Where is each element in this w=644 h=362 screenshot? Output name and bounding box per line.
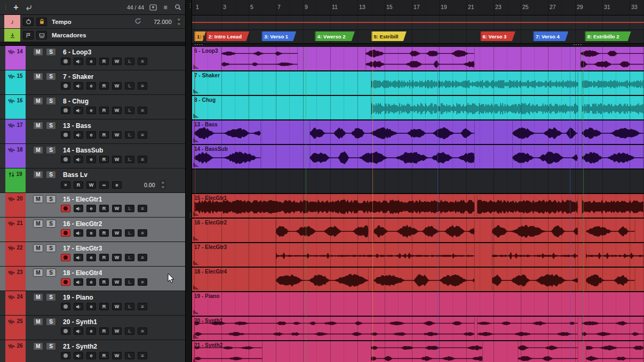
tempo-track-row[interactable]: ♪ Tempo 72.000 ▲▼ [0,15,185,29]
track-color-strip[interactable]: 18 [5,144,26,168]
write-automation-button[interactable]: W [112,352,122,359]
mute-button[interactable]: M [33,244,43,252]
monitor-button[interactable] [74,254,83,261]
clip-fade-handle[interactable] [193,359,199,362]
track-options-button[interactable]: ≡ [138,107,147,114]
monitor-button[interactable] [74,107,83,114]
track-row[interactable]: 17 M S 13 - Bass e R W L ≡ [0,119,185,144]
monitor-button[interactable] [74,278,83,286]
solo-button[interactable]: S [46,122,56,130]
monitor-button[interactable] [74,131,83,139]
track-lane[interactable]: 15 - ElecGtr1 [192,194,644,219]
tempo-value[interactable]: 72.000 [147,19,172,25]
add-cycle-marker-button[interactable] [36,31,47,39]
mute-button[interactable]: M [33,171,43,179]
clip-fade-handle[interactable] [193,261,199,265]
track-row[interactable]: 25 M S 20 - Synth1 e R W L ≡ [0,316,185,340]
track-lane[interactable] [192,170,644,194]
automation-value[interactable]: 0.00 [144,182,155,188]
tempo-curve[interactable] [192,22,644,23]
edit-channel-button[interactable]: e [86,205,96,212]
solo-button[interactable]: S [46,48,56,56]
solo-button[interactable]: S [46,195,56,203]
listen-button[interactable]: L [125,352,134,359]
track-options-button[interactable]: ≡ [138,229,147,237]
track-color-strip[interactable]: 15 [5,70,26,94]
marker-flag[interactable]: 1: In [194,31,206,41]
track-lane[interactable]: 21 - Synth2 [192,341,644,362]
solo-button[interactable]: S [46,146,56,154]
track-options-button[interactable]: ≡ [138,156,147,163]
bypass-button[interactable]: × [61,181,70,189]
track-row[interactable]: 23 M S 18 - ElecGtr4 e R W L ≡ [0,267,185,291]
track-row[interactable]: 21 M S 16 - ElecGtr2 e R W L ≡ [0,218,185,242]
track-options-button[interactable]: ≡ [138,303,147,310]
solo-button[interactable]: S [46,171,56,179]
monitor-button[interactable] [74,82,83,90]
record-arm-button[interactable] [61,107,70,114]
track-row[interactable]: 16 M S 8 - Chug e R W L ≡ [0,95,185,119]
read-automation-button[interactable]: R [99,82,109,90]
marker-flag[interactable]: 4: Vwerso 2 [315,31,355,41]
track-lane[interactable]: 14 - BassSub [192,145,644,170]
track-options-button[interactable]: ≡ [138,205,147,212]
monitor-button[interactable] [74,327,83,335]
mute-button[interactable]: M [33,48,43,56]
track-lane[interactable]: 18 - ElecGtr4 [192,268,644,292]
add-track-button[interactable]: + [11,3,21,12]
panel-toggle-button[interactable] [148,3,158,12]
track-color-strip[interactable]: 14 [5,46,26,70]
loop-button[interactable]: ∞ [99,181,109,189]
mute-button[interactable]: M [33,318,43,326]
mute-button[interactable]: M [33,73,43,81]
track-row[interactable]: 24 M S 19 - Piano e R W L ≡ [0,291,185,316]
marker-flag[interactable]: 5: Estribill [371,31,407,41]
listen-button[interactable]: L [125,327,134,335]
record-arm-button[interactable] [61,58,70,65]
record-arm-button[interactable] [61,352,70,359]
edit-channel-button[interactable]: e [86,278,96,286]
spin-up-icon[interactable]: ▲ [160,180,166,184]
write-automation-button[interactable]: W [112,131,122,139]
track-color-strip[interactable]: 26 [5,340,26,362]
mute-button[interactable]: M [33,122,43,130]
solo-button[interactable]: S [46,318,56,326]
solo-button[interactable]: S [46,269,56,277]
edit-channel-button[interactable]: e [86,352,96,359]
listen-button[interactable]: L [125,131,134,139]
track-row[interactable]: 15 M S 7 - Shaker e R W L ≡ [0,70,185,95]
clip-fade-handle[interactable] [193,89,199,93]
monitor-button[interactable] [74,229,83,237]
listen-button[interactable]: L [125,229,134,237]
monitor-button[interactable] [74,352,83,359]
track-lane[interactable]: 20 - Synth1 [192,317,644,341]
monitor-button[interactable] [74,58,83,65]
track-row[interactable]: 19 M S Bass Lv × R W ∞ e 0.00 ▲▼ [0,168,185,193]
track-options-button[interactable]: ≡ [138,131,147,139]
write-automation-button[interactable]: W [112,156,122,163]
track-color-strip[interactable]: 17 [5,119,26,143]
solo-button[interactable]: S [46,293,56,301]
track-options-button[interactable]: ≡ [138,58,147,65]
read-automation-button[interactable]: R [99,254,109,261]
track-color-strip[interactable]: 20 [5,193,26,217]
track-row[interactable]: 22 M S 17 - ElecGtr3 e R W L ≡ [0,242,185,267]
record-arm-button[interactable] [61,254,70,261]
listen-button[interactable]: L [125,107,134,114]
clip-fade-handle[interactable] [193,212,199,216]
marker-flag[interactable]: 8: Estribillo 2 [585,31,631,41]
record-arm-button[interactable] [61,327,70,335]
mute-button[interactable]: M [33,293,43,301]
read-automation-button[interactable]: R [99,58,109,65]
track-color-strip[interactable]: 19 [5,168,26,192]
track-lane[interactable]: 19 - Piano [192,292,644,317]
track-options-button[interactable]: ≡ [138,82,147,90]
edit-channel-button[interactable]: e [86,254,96,261]
marker-track-row[interactable]: Marcadores [0,29,185,42]
track-lane[interactable]: 8 - Chug [192,96,644,120]
spin-down-icon[interactable]: ▼ [176,22,182,26]
edit-channel-button[interactable]: e [86,156,96,163]
write-automation-button[interactable]: W [112,58,122,65]
clip-fade-handle[interactable] [193,65,199,69]
mute-button[interactable]: M [33,342,43,350]
